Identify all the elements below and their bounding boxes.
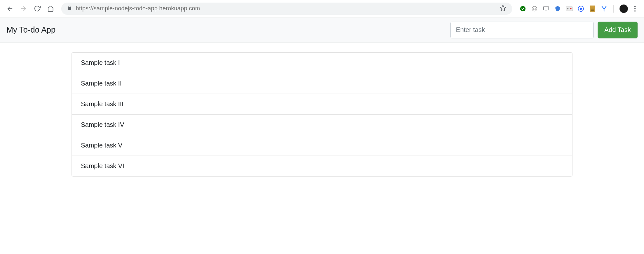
task-input[interactable] (450, 22, 594, 38)
add-task-form: Add Task (450, 22, 638, 38)
home-icon (47, 5, 54, 12)
browser-menu-button[interactable] (632, 6, 638, 12)
task-item[interactable]: Sample task VI (72, 156, 572, 176)
svg-point-5 (533, 8, 534, 8)
svg-point-10 (567, 8, 569, 9)
extension-icon-8[interactable] (601, 5, 608, 12)
extension-icon-5[interactable] (566, 5, 573, 12)
app-header: My To-do App Add Task (0, 17, 644, 43)
extension-icons (517, 5, 639, 13)
task-item[interactable]: Sample task IV (72, 115, 572, 135)
task-label: Sample task III (81, 100, 123, 107)
svg-point-4 (532, 6, 537, 11)
extension-icon-4[interactable] (554, 5, 561, 12)
task-label: Sample task II (81, 80, 122, 87)
profile-avatar[interactable] (620, 5, 628, 13)
lock-icon (67, 5, 72, 12)
extension-icon-7[interactable] (589, 5, 596, 12)
arrow-right-icon (20, 5, 27, 12)
svg-rect-14 (590, 5, 595, 12)
add-task-button[interactable]: Add Task (598, 22, 638, 38)
task-label: Sample task I (81, 59, 120, 66)
extension-icon-6[interactable] (577, 5, 584, 12)
task-item[interactable]: Sample task II (72, 73, 572, 94)
extension-icon-1[interactable] (519, 5, 526, 12)
svg-point-6 (535, 8, 536, 8)
home-button[interactable] (45, 3, 56, 14)
svg-rect-7 (543, 7, 549, 10)
svg-point-11 (570, 8, 572, 9)
toolbar-separator (613, 5, 614, 13)
main-content: Sample task I Sample task II Sample task… (0, 43, 644, 186)
task-label: Sample task IV (81, 121, 124, 128)
task-list: Sample task I Sample task II Sample task… (72, 52, 572, 177)
reload-icon (34, 5, 41, 12)
task-label: Sample task VI (81, 162, 124, 169)
svg-rect-9 (566, 6, 573, 11)
forward-button[interactable] (18, 3, 29, 14)
svg-point-13 (580, 7, 582, 10)
arrow-left-icon (6, 5, 14, 12)
svg-marker-2 (500, 5, 506, 10)
back-button[interactable] (5, 3, 15, 14)
bookmark-star-icon[interactable] (499, 5, 506, 13)
task-item[interactable]: Sample task I (72, 53, 572, 73)
address-bar[interactable]: https://sample-nodejs-todo-app.herokuapp… (61, 3, 512, 15)
app-title: My To-do App (6, 25, 55, 35)
task-label: Sample task V (81, 142, 122, 149)
reload-button[interactable] (32, 3, 43, 14)
extension-icon-2[interactable] (531, 5, 538, 12)
task-item[interactable]: Sample task V (72, 135, 572, 156)
extension-icon-3[interactable] (543, 5, 550, 12)
url-text: https://sample-nodejs-todo-app.herokuapp… (76, 5, 200, 12)
browser-toolbar: https://sample-nodejs-todo-app.herokuapp… (0, 0, 644, 17)
task-item[interactable]: Sample task III (72, 94, 572, 115)
